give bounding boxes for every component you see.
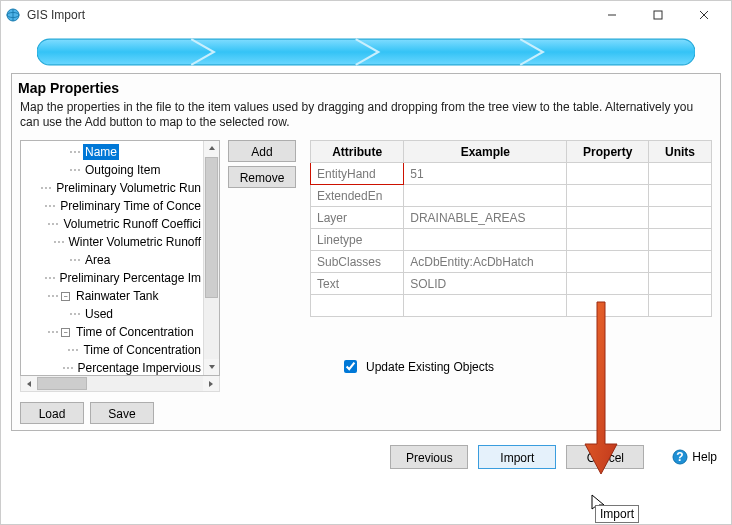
help-link[interactable]: Help — [692, 450, 717, 464]
scroll-down-icon — [208, 363, 216, 371]
tree-item-label: Outgoing Item — [83, 162, 162, 178]
svg-rect-4 — [654, 11, 662, 19]
tree-vertical-scrollbar[interactable] — [203, 141, 219, 375]
update-existing-input[interactable] — [344, 360, 357, 373]
col-units: Units — [649, 141, 712, 163]
import-button[interactable]: Import — [478, 445, 556, 469]
tree-item[interactable]: ⋯Volumetric Runoff Coeffici — [21, 215, 203, 233]
cell-property[interactable] — [567, 251, 649, 273]
cell-property[interactable] — [567, 207, 649, 229]
map-properties-panel: Map Properties Map the properties in the… — [11, 73, 721, 431]
svg-text:?: ? — [677, 450, 684, 464]
tree-horizontal-scrollbar[interactable] — [20, 376, 220, 392]
tree-item-label: Time of Concentration — [74, 324, 196, 340]
cancel-button[interactable]: Cancel — [566, 445, 644, 469]
cell-property[interactable] — [567, 229, 649, 251]
gis-import-window: GIS Import Map Properties Map the — [0, 0, 732, 525]
scrollbar-thumb[interactable] — [37, 377, 87, 390]
cell-example[interactable] — [404, 229, 567, 251]
tree-item[interactable]: ⋯Area — [21, 251, 203, 269]
tree-item[interactable]: ⋯Name — [21, 143, 203, 161]
cell-units[interactable] — [649, 163, 712, 185]
tree-item-label: Winter Volumetric Runoff — [67, 234, 204, 250]
cell-attribute[interactable]: Text — [311, 273, 404, 295]
tree-item[interactable]: ⋯Used — [21, 305, 203, 323]
minimize-button[interactable] — [589, 1, 635, 29]
tree-item[interactable]: ⋯−Rainwater Tank — [21, 287, 203, 305]
table-row[interactable]: Linetype — [311, 229, 712, 251]
tree-item-label: Preliminary Volumetric Run — [54, 180, 203, 196]
tree-item[interactable]: ⋯Percentage Impervious — [21, 359, 203, 375]
properties-tree[interactable]: ⋯Name⋯Outgoing Item⋯Preliminary Volumetr… — [21, 141, 203, 375]
expand-icon[interactable]: − — [61, 328, 70, 337]
tree-item[interactable]: ⋯Winter Volumetric Runoff — [21, 233, 203, 251]
cell-units[interactable] — [649, 229, 712, 251]
window-title: GIS Import — [27, 8, 85, 22]
tree-item[interactable]: ⋯−Time of Concentration — [21, 323, 203, 341]
cell-units[interactable] — [649, 207, 712, 229]
tree-item-label: Time of Concentration — [81, 342, 203, 358]
remove-button[interactable]: Remove — [228, 166, 296, 188]
cell-attribute[interactable]: EntityHand — [311, 163, 404, 185]
cell-example[interactable]: DRAINABLE_AREAS — [404, 207, 567, 229]
table-row[interactable]: SubClassesAcDbEntity:AcDbHatch — [311, 251, 712, 273]
save-button[interactable]: Save — [90, 402, 154, 424]
cell-property[interactable] — [567, 273, 649, 295]
cell-example[interactable]: 51 — [404, 163, 567, 185]
cell-property[interactable] — [567, 163, 649, 185]
scroll-left-icon — [25, 380, 33, 388]
cell-units[interactable] — [649, 273, 712, 295]
table-row[interactable]: ExtendedEn — [311, 185, 712, 207]
scroll-right-icon — [207, 380, 215, 388]
col-example: Example — [404, 141, 567, 163]
tree-item-label: Preliminary Time of Conce — [58, 198, 203, 214]
tree-item-label: Area — [83, 252, 112, 268]
col-attribute: Attribute — [311, 141, 404, 163]
cell-attribute[interactable]: SubClasses — [311, 251, 404, 273]
scrollbar-thumb[interactable] — [205, 157, 218, 298]
table-row[interactable]: TextSOLID — [311, 273, 712, 295]
tree-item-label: Preliminary Percentage Im — [58, 270, 203, 286]
close-button[interactable] — [681, 1, 727, 29]
tree-item-label: Percentage Impervious — [76, 360, 203, 375]
tree-item[interactable]: ⋯Preliminary Volumetric Run — [21, 179, 203, 197]
maximize-button[interactable] — [635, 1, 681, 29]
cell-property[interactable] — [567, 185, 649, 207]
table-row[interactable] — [311, 295, 712, 317]
help-icon: ? — [672, 449, 688, 465]
mouse-cursor-icon — [591, 494, 607, 514]
expand-icon[interactable]: − — [61, 292, 70, 301]
scroll-up-icon — [208, 145, 216, 153]
tree-item[interactable]: ⋯Preliminary Percentage Im — [21, 269, 203, 287]
section-heading: Map Properties — [12, 74, 720, 98]
table-row[interactable]: LayerDRAINABLE_AREAS — [311, 207, 712, 229]
table-row[interactable]: EntityHand51 — [311, 163, 712, 185]
cell-example[interactable]: AcDbEntity:AcDbHatch — [404, 251, 567, 273]
load-button[interactable]: Load — [20, 402, 84, 424]
tree-item-label: Rainwater Tank — [74, 288, 161, 304]
previous-button[interactable]: Previous — [390, 445, 468, 469]
tree-item[interactable]: ⋯Preliminary Time of Conce — [21, 197, 203, 215]
cell-attribute[interactable]: Layer — [311, 207, 404, 229]
cell-example[interactable] — [404, 185, 567, 207]
cell-attribute[interactable]: Linetype — [311, 229, 404, 251]
import-tooltip: Import — [595, 505, 639, 523]
instructions-text: Map the properties in the file to the it… — [12, 98, 720, 140]
tree-item[interactable]: ⋯Time of Concentration — [21, 341, 203, 359]
update-existing-checkbox[interactable]: Update Existing Objects — [310, 357, 712, 376]
wizard-progress — [37, 37, 695, 67]
cell-units[interactable] — [649, 185, 712, 207]
tree-item-label: Volumetric Runoff Coeffici — [61, 216, 203, 232]
cell-example[interactable]: SOLID — [404, 273, 567, 295]
col-property: Property — [567, 141, 649, 163]
tree-item-label: Name — [83, 144, 119, 160]
cell-units[interactable] — [649, 251, 712, 273]
tree-item[interactable]: ⋯Outgoing Item — [21, 161, 203, 179]
tree-item-label: Used — [83, 306, 115, 322]
cell-attribute[interactable]: ExtendedEn — [311, 185, 404, 207]
mapping-table[interactable]: Attribute Example Property Units EntityH… — [310, 140, 712, 317]
add-button[interactable]: Add — [228, 140, 296, 162]
app-icon — [5, 7, 21, 23]
titlebar: GIS Import — [1, 1, 731, 29]
wizard-footer: Previous Import Cancel ? Help — [1, 437, 731, 477]
